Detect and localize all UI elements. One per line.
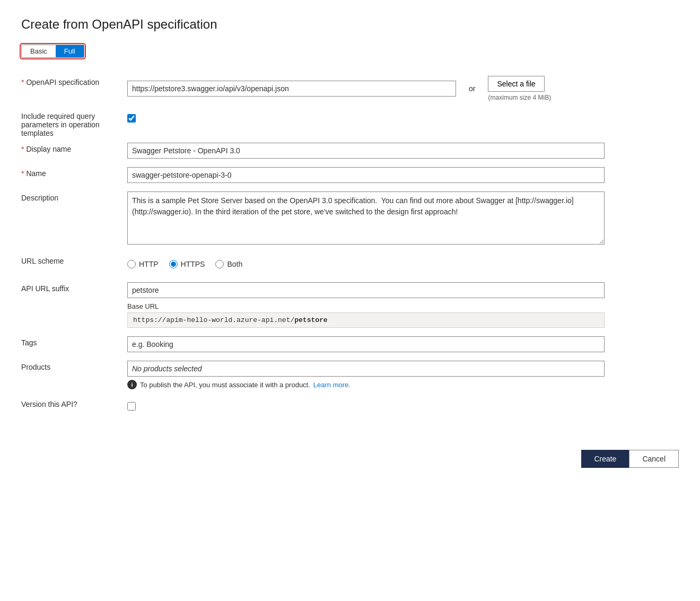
openapi-url-input[interactable] — [127, 81, 456, 97]
file-section: Select a file (maximum size 4 MiB) — [488, 76, 551, 101]
both-radio-option[interactable]: Both — [215, 260, 242, 268]
products-input[interactable] — [127, 361, 605, 377]
openapi-spec-field: or Select a file (maximum size 4 MiB) — [127, 73, 605, 104]
display-name-label: *Display name — [21, 140, 127, 162]
description-row: Description This is a sample Pet Store S… — [21, 188, 605, 249]
select-file-button[interactable]: Select a file — [488, 76, 544, 92]
products-label: Products — [21, 358, 127, 393]
view-toggle: Basic Full — [21, 45, 84, 58]
name-label: *Name — [21, 164, 127, 186]
http-radio[interactable] — [127, 260, 136, 268]
url-scheme-radio-group: HTTP HTTPS Both — [127, 255, 605, 274]
name-field — [127, 164, 605, 186]
form-container: *OpenAPI specification or Select a file … — [21, 73, 605, 418]
api-url-suffix-label: API URL suffix — [21, 279, 127, 331]
required-star: * — [21, 78, 24, 86]
name-input[interactable] — [127, 167, 605, 183]
https-label: HTTPS — [181, 260, 205, 268]
include-params-checkbox-wrapper — [127, 110, 605, 127]
base-url-label: Base URL — [127, 302, 605, 310]
version-checkbox[interactable] — [127, 402, 136, 411]
version-label: Version this API? — [21, 395, 127, 418]
http-radio-option[interactable]: HTTP — [127, 260, 159, 268]
publish-info-row: i To publish the API, you must associate… — [127, 380, 605, 389]
both-radio[interactable] — [215, 260, 224, 268]
display-name-row: *Display name — [21, 140, 605, 162]
include-params-row: Include required query parameters in ope… — [21, 107, 605, 137]
include-params-checkbox[interactable] — [127, 114, 136, 123]
https-radio-option[interactable]: HTTPS — [169, 260, 205, 268]
base-url-prefix: https://apim-hello-world.azure-api.net/ — [133, 316, 294, 324]
base-url-section: Base URL https://apim-hello-world.azure-… — [127, 302, 605, 328]
api-url-suffix-row: API URL suffix Base URL https://apim-hel… — [21, 279, 605, 331]
required-star-2: * — [21, 145, 24, 153]
display-name-field — [127, 140, 605, 162]
tags-field — [127, 333, 605, 355]
create-button[interactable]: Create — [581, 450, 629, 468]
openapi-spec-label: *OpenAPI specification — [21, 73, 127, 104]
basic-toggle-button[interactable]: Basic — [22, 45, 56, 57]
full-toggle-button[interactable]: Full — [56, 45, 84, 57]
or-separator: or — [462, 84, 482, 93]
https-radio[interactable] — [169, 260, 178, 268]
page-title: Create from OpenAPI specification — [21, 17, 679, 32]
version-field — [127, 395, 605, 418]
tags-row: Tags — [21, 333, 605, 355]
products-row: Products i To publish the API, you must … — [21, 358, 605, 393]
products-field: i To publish the API, you must associate… — [127, 358, 605, 393]
http-label: HTTP — [139, 260, 159, 268]
base-url-display: https://apim-hello-world.azure-api.net/p… — [127, 312, 605, 328]
max-size-text: (maximum size 4 MiB) — [488, 94, 551, 101]
api-url-suffix-field: Base URL https://apim-hello-world.azure-… — [127, 279, 605, 331]
api-url-suffix-input[interactable] — [127, 282, 605, 298]
both-label: Both — [227, 260, 242, 268]
required-star-3: * — [21, 169, 24, 178]
base-url-suffix: petstore — [294, 316, 327, 324]
url-scheme-row: URL scheme HTTP HTTPS Both — [21, 251, 605, 277]
url-scheme-field: HTTP HTTPS Both — [127, 251, 605, 277]
info-icon: i — [127, 380, 137, 389]
tags-input[interactable] — [127, 336, 605, 352]
include-params-field — [127, 107, 605, 137]
version-row: Version this API? — [21, 395, 605, 418]
name-row: *Name — [21, 164, 605, 186]
url-scheme-label: URL scheme — [21, 251, 127, 277]
include-params-label: Include required query parameters in ope… — [21, 107, 127, 137]
description-field: This is a sample Pet Store Server based … — [127, 188, 605, 249]
cancel-button[interactable]: Cancel — [629, 450, 679, 468]
description-label: Description — [21, 188, 127, 249]
bottom-buttons: Create Cancel — [21, 450, 679, 468]
version-checkbox-wrapper — [127, 398, 605, 415]
tags-label: Tags — [21, 333, 127, 355]
openapi-spec-input-group: or Select a file (maximum size 4 MiB) — [127, 76, 605, 101]
display-name-input[interactable] — [127, 143, 605, 159]
publish-info-text: To publish the API, you must associate i… — [140, 381, 310, 389]
description-textarea[interactable]: This is a sample Pet Store Server based … — [127, 191, 605, 245]
openapi-spec-row: *OpenAPI specification or Select a file … — [21, 73, 605, 104]
learn-more-link[interactable]: Learn more. — [313, 381, 351, 389]
